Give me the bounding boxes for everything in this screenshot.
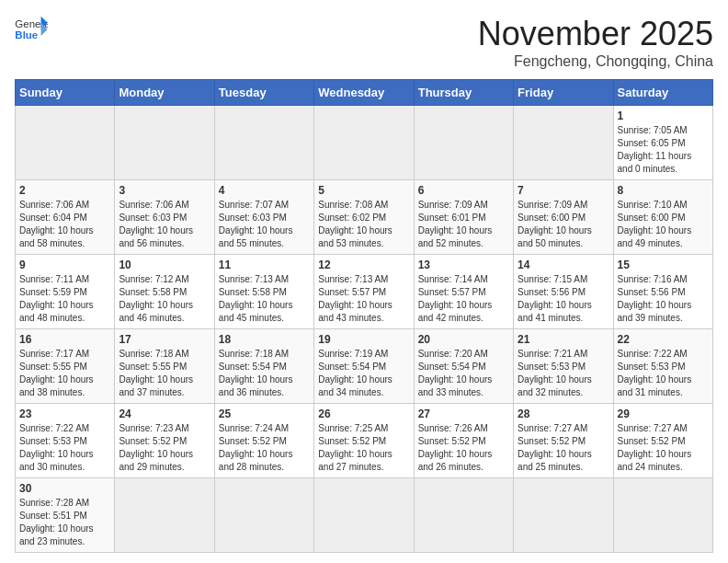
svg-text:Blue: Blue (15, 29, 38, 40)
day-info: Sunrise: 7:19 AM Sunset: 5:54 PM Dayligh… (318, 348, 409, 399)
day-number: 27 (418, 408, 509, 420)
calendar-cell: 3Sunrise: 7:06 AM Sunset: 6:03 PM Daylig… (115, 180, 214, 255)
calendar-cell: 11Sunrise: 7:13 AM Sunset: 5:58 PM Dayli… (214, 255, 313, 329)
calendar-cell (414, 478, 513, 553)
calendar-cell (16, 106, 115, 180)
weekday-header-sunday: Sunday (16, 80, 115, 106)
day-number: 26 (318, 408, 409, 420)
day-info: Sunrise: 7:10 AM Sunset: 6:00 PM Dayligh… (618, 199, 709, 250)
calendar-cell: 23Sunrise: 7:22 AM Sunset: 5:53 PM Dayli… (16, 404, 115, 478)
day-number: 7 (518, 184, 609, 197)
day-number: 22 (618, 333, 709, 346)
day-number: 4 (219, 184, 310, 197)
day-info: Sunrise: 7:18 AM Sunset: 5:55 PM Dayligh… (119, 348, 210, 399)
title-area: November 2025 Fengcheng, Chongqing, Chin… (478, 15, 713, 70)
day-info: Sunrise: 7:13 AM Sunset: 5:57 PM Dayligh… (318, 273, 409, 325)
month-title: November 2025 (478, 15, 713, 53)
logo-icon: General Blue (15, 15, 48, 42)
day-info: Sunrise: 7:16 AM Sunset: 5:56 PM Dayligh… (618, 273, 709, 325)
page-header: General Blue November 2025 Fengcheng, Ch… (15, 15, 713, 70)
day-number: 10 (119, 259, 210, 271)
calendar: SundayMondayTuesdayWednesdayThursdayFrid… (15, 79, 713, 553)
day-info: Sunrise: 7:17 AM Sunset: 5:55 PM Dayligh… (19, 348, 110, 399)
day-number: 24 (119, 408, 210, 420)
calendar-cell: 28Sunrise: 7:27 AM Sunset: 5:52 PM Dayli… (514, 404, 613, 478)
day-info: Sunrise: 7:25 AM Sunset: 5:52 PM Dayligh… (318, 422, 409, 474)
weekday-header-wednesday: Wednesday (314, 80, 414, 106)
day-number: 23 (19, 408, 110, 420)
day-info: Sunrise: 7:22 AM Sunset: 5:53 PM Dayligh… (19, 422, 110, 474)
calendar-cell: 24Sunrise: 7:23 AM Sunset: 5:52 PM Dayli… (115, 404, 214, 478)
calendar-cell (214, 478, 313, 553)
calendar-cell: 20Sunrise: 7:20 AM Sunset: 5:54 PM Dayli… (414, 329, 513, 404)
day-number: 28 (518, 408, 609, 420)
calendar-cell: 15Sunrise: 7:16 AM Sunset: 5:56 PM Dayli… (613, 255, 712, 329)
calendar-cell: 9Sunrise: 7:11 AM Sunset: 5:59 PM Daylig… (16, 255, 115, 329)
day-info: Sunrise: 7:06 AM Sunset: 6:04 PM Dayligh… (19, 199, 110, 250)
day-number: 8 (618, 184, 709, 197)
day-info: Sunrise: 7:08 AM Sunset: 6:02 PM Dayligh… (318, 199, 409, 250)
calendar-cell: 10Sunrise: 7:12 AM Sunset: 5:58 PM Dayli… (115, 255, 214, 329)
day-number: 19 (318, 333, 409, 346)
day-info: Sunrise: 7:20 AM Sunset: 5:54 PM Dayligh… (418, 348, 509, 399)
day-number: 15 (618, 259, 709, 271)
day-number: 1 (618, 109, 709, 122)
calendar-cell (214, 106, 313, 180)
day-info: Sunrise: 7:05 AM Sunset: 6:05 PM Dayligh… (618, 124, 709, 176)
calendar-cell (115, 478, 214, 553)
weekday-header-friday: Friday (514, 80, 613, 106)
calendar-cell: 17Sunrise: 7:18 AM Sunset: 5:55 PM Dayli… (115, 329, 214, 404)
calendar-cell: 1Sunrise: 7:05 AM Sunset: 6:05 PM Daylig… (613, 106, 712, 180)
day-number: 25 (219, 408, 310, 420)
day-info: Sunrise: 7:09 AM Sunset: 6:00 PM Dayligh… (518, 199, 609, 250)
day-info: Sunrise: 7:23 AM Sunset: 5:52 PM Dayligh… (119, 422, 210, 474)
day-number: 20 (418, 333, 509, 346)
day-number: 12 (318, 259, 409, 271)
day-info: Sunrise: 7:07 AM Sunset: 6:03 PM Dayligh… (219, 199, 310, 250)
weekday-header-thursday: Thursday (414, 80, 513, 106)
calendar-cell: 30Sunrise: 7:28 AM Sunset: 5:51 PM Dayli… (16, 478, 115, 553)
day-number: 18 (219, 333, 310, 346)
calendar-cell: 25Sunrise: 7:24 AM Sunset: 5:52 PM Dayli… (214, 404, 313, 478)
calendar-cell: 4Sunrise: 7:07 AM Sunset: 6:03 PM Daylig… (214, 180, 313, 255)
calendar-cell: 18Sunrise: 7:18 AM Sunset: 5:54 PM Dayli… (214, 329, 313, 404)
calendar-cell: 16Sunrise: 7:17 AM Sunset: 5:55 PM Dayli… (16, 329, 115, 404)
calendar-cell (613, 478, 712, 553)
calendar-cell: 27Sunrise: 7:26 AM Sunset: 5:52 PM Dayli… (414, 404, 513, 478)
day-info: Sunrise: 7:26 AM Sunset: 5:52 PM Dayligh… (418, 422, 509, 474)
weekday-header-tuesday: Tuesday (214, 80, 313, 106)
calendar-cell: 22Sunrise: 7:22 AM Sunset: 5:53 PM Dayli… (613, 329, 712, 404)
day-number: 21 (518, 333, 609, 346)
day-number: 2 (19, 184, 110, 197)
calendar-cell: 6Sunrise: 7:09 AM Sunset: 6:01 PM Daylig… (414, 180, 513, 255)
calendar-cell (514, 478, 613, 553)
day-info: Sunrise: 7:13 AM Sunset: 5:58 PM Dayligh… (219, 273, 310, 325)
day-number: 6 (418, 184, 509, 197)
day-info: Sunrise: 7:11 AM Sunset: 5:59 PM Dayligh… (19, 273, 110, 325)
day-number: 17 (119, 333, 210, 346)
day-number: 9 (19, 259, 110, 271)
calendar-cell (314, 478, 414, 553)
calendar-cell (314, 106, 414, 180)
calendar-cell: 2Sunrise: 7:06 AM Sunset: 6:04 PM Daylig… (16, 180, 115, 255)
day-info: Sunrise: 7:24 AM Sunset: 5:52 PM Dayligh… (219, 422, 310, 474)
weekday-header-saturday: Saturday (613, 80, 712, 106)
day-number: 11 (219, 259, 310, 271)
logo: General Blue (15, 15, 48, 42)
calendar-cell (414, 106, 513, 180)
calendar-cell: 29Sunrise: 7:27 AM Sunset: 5:52 PM Dayli… (613, 404, 712, 478)
calendar-cell: 21Sunrise: 7:21 AM Sunset: 5:53 PM Dayli… (514, 329, 613, 404)
day-info: Sunrise: 7:14 AM Sunset: 5:57 PM Dayligh… (418, 273, 509, 325)
day-number: 3 (119, 184, 210, 197)
calendar-cell: 5Sunrise: 7:08 AM Sunset: 6:02 PM Daylig… (314, 180, 414, 255)
day-info: Sunrise: 7:28 AM Sunset: 5:51 PM Dayligh… (19, 497, 110, 548)
day-number: 13 (418, 259, 509, 271)
day-info: Sunrise: 7:21 AM Sunset: 5:53 PM Dayligh… (518, 348, 609, 399)
calendar-cell: 7Sunrise: 7:09 AM Sunset: 6:00 PM Daylig… (514, 180, 613, 255)
calendar-cell: 12Sunrise: 7:13 AM Sunset: 5:57 PM Dayli… (314, 255, 414, 329)
day-info: Sunrise: 7:27 AM Sunset: 5:52 PM Dayligh… (518, 422, 609, 474)
calendar-cell: 19Sunrise: 7:19 AM Sunset: 5:54 PM Dayli… (314, 329, 414, 404)
day-number: 29 (618, 408, 709, 420)
day-info: Sunrise: 7:06 AM Sunset: 6:03 PM Dayligh… (119, 199, 210, 250)
day-number: 5 (318, 184, 409, 197)
